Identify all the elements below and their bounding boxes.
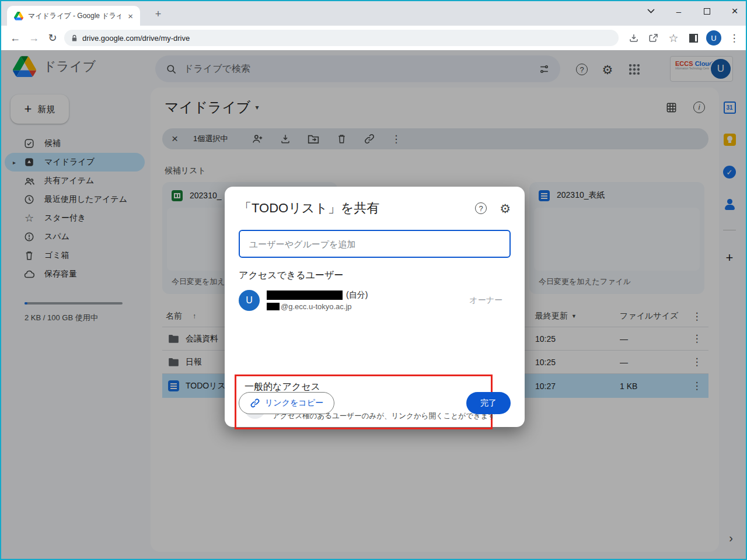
bookmark-star-icon[interactable]: ☆	[666, 31, 680, 45]
forward-icon[interactable]: →	[25, 32, 43, 44]
link-icon	[250, 398, 260, 408]
tab-search-chevron-icon[interactable]	[644, 5, 657, 18]
general-access-heading: 一般的なアクセス	[245, 381, 484, 393]
owner-role-label: オーナー	[469, 295, 511, 306]
url-text: drive.google.com/drive/my-drive	[82, 34, 190, 43]
share-dialog: 「TODOリスト」を共有 ? ⚙ アクセスできるユーザー U (自分)	[225, 187, 525, 427]
install-icon[interactable]	[627, 31, 641, 45]
side-panel-icon[interactable]	[686, 31, 700, 45]
dialog-help-icon[interactable]: ?	[475, 202, 487, 214]
copy-link-button[interactable]: リンクをコピー	[239, 392, 334, 414]
maximize-button[interactable]	[700, 5, 713, 18]
toolbar-right: ☆ U ⋮	[627, 30, 745, 46]
dialog-settings-icon[interactable]: ⚙	[500, 202, 511, 215]
back-icon[interactable]: ←	[6, 32, 25, 44]
browser-menu-icon[interactable]: ⋮	[727, 31, 741, 45]
dialog-title: 「TODOリスト」を共有	[239, 200, 475, 217]
redacted-email-prefix	[267, 303, 280, 310]
window-controls: – ×	[644, 5, 741, 18]
owner-row: U (自分) @g.ecc.u-tokyo.ac.jp オーナー	[239, 290, 511, 311]
drive-page: ドライブ ? ⚙ ECCS Cloud Mail Infor	[1, 50, 746, 559]
tab-title: マイドライブ - Google ドライブ	[28, 11, 121, 21]
share-page-icon[interactable]	[647, 31, 661, 45]
close-window-button[interactable]: ×	[728, 5, 741, 18]
browser-avatar[interactable]: U	[706, 30, 721, 46]
browser-tabstrip: マイドライブ - Google ドライブ × + – ×	[1, 1, 746, 26]
lock-icon	[71, 34, 78, 42]
copy-link-label: リンクをコピー	[265, 398, 323, 408]
owner-avatar: U	[239, 290, 260, 311]
done-button[interactable]: 完了	[466, 392, 511, 414]
people-with-access-heading: アクセスできるユーザー	[239, 270, 511, 282]
browser-tab[interactable]: マイドライブ - Google ドライブ ×	[7, 6, 140, 26]
add-people-input[interactable]	[239, 230, 511, 258]
owner-email-domain: @g.ecc.u-tokyo.ac.jp	[281, 302, 352, 311]
minimize-button[interactable]: –	[672, 5, 685, 18]
drive-favicon	[14, 12, 23, 20]
reload-icon[interactable]: ↻	[43, 32, 62, 44]
new-tab-button[interactable]: +	[151, 8, 166, 20]
redacted-owner-name	[267, 290, 343, 300]
screenshot-root: マイドライブ - Google ドライブ × + – × ← → ↻ drive…	[0, 0, 747, 560]
owner-self-suffix: (自分)	[346, 290, 368, 300]
address-bar[interactable]: drive.google.com/drive/my-drive	[64, 30, 619, 46]
browser-toolbar: ← → ↻ drive.google.com/drive/my-drive ☆ …	[1, 26, 746, 50]
tab-close-icon[interactable]: ×	[125, 11, 135, 21]
